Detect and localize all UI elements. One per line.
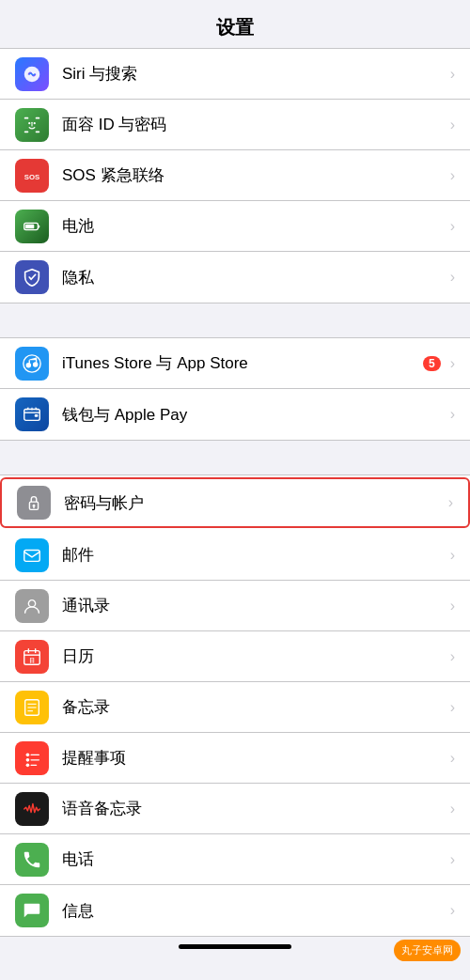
passwords-icon [24,492,44,513]
mail-icon [22,545,42,566]
siri-chevron: › [450,66,455,83]
voice-icon-wrapper [15,792,49,826]
battery-icon [22,216,42,237]
svg-rect-1 [24,117,29,118]
passwords-label: 密码与帐户 [64,492,445,514]
passwords-icon-wrapper [17,486,51,520]
svg-point-13 [33,362,38,367]
svg-point-26 [28,599,35,606]
list-item-reminders[interactable]: 提醒事项 › [0,733,470,784]
svg-rect-18 [35,414,39,417]
siri-label: Siri 与搜索 [62,63,446,85]
section-store: iTunes Store 与 App Store 5 › 钱包与 Apple P… [0,337,470,441]
list-item-notes[interactable]: 备忘录 › [0,682,470,733]
list-item-privacy[interactable]: 隐私 › [0,252,470,303]
contacts-icon [22,596,42,616]
svg-point-6 [34,122,36,124]
notes-icon-wrapper [15,691,49,724]
notes-label: 备忘录 [62,696,446,718]
list-item-messages[interactable]: 信息 › [0,885,470,936]
privacy-label: 隐私 [62,267,446,288]
itunes-label: iTunes Store 与 App Store [62,352,423,374]
list-item-contacts[interactable]: 通讯录 › [0,581,470,631]
contacts-label: 通讯录 [62,595,446,616]
privacy-chevron: › [450,269,455,286]
svg-point-36 [26,753,30,756]
wallet-icon-wrapper [15,397,49,431]
gap-2 [0,441,470,474]
wallet-icon [22,404,42,425]
list-item-faceid[interactable]: 面容 ID 与密码 › [0,100,470,150]
list-item-phone[interactable]: 电话 › [0,834,470,885]
notes-icon [22,697,42,718]
messages-label: 信息 [62,900,446,922]
list-item-passwords[interactable]: 密码与帐户 › [0,477,470,528]
notes-chevron: › [450,699,455,716]
page-title: 设置 [216,17,254,38]
battery-icon-wrapper [15,210,49,243]
list-item-wallet[interactable]: 钱包与 Apple Pay › [0,389,470,440]
section-system: Siri 与搜索 › 面容 ID 与密码 › SOS SOS 紧急联络 [0,48,470,303]
svg-rect-11 [25,224,34,228]
calendar-icon: 日 [22,646,42,667]
phone-icon-wrapper [15,843,49,877]
passwords-chevron: › [448,494,453,511]
battery-label: 电池 [62,215,446,237]
list-item-voice[interactable]: 语音备忘录 › [0,784,470,834]
sos-icon: SOS [22,165,42,186]
sos-chevron: › [450,167,455,184]
svg-rect-25 [24,550,40,561]
reminders-icon [22,748,42,769]
list-item-calendar[interactable]: 日 日历 › [0,631,470,682]
svg-text:SOS: SOS [24,172,39,180]
itunes-icon-wrapper [15,347,49,381]
home-bar [179,944,291,949]
battery-chevron: › [450,218,455,235]
calendar-icon-wrapper: 日 [15,640,49,674]
svg-point-5 [28,122,30,124]
phone-chevron: › [450,851,455,868]
itunes-badge: 5 [423,356,441,371]
svg-rect-10 [38,225,39,227]
messages-icon-wrapper [15,894,49,927]
siri-icon-wrapper [15,57,49,91]
mail-icon-wrapper [15,538,49,572]
privacy-icon [22,267,42,288]
svg-rect-2 [36,117,40,118]
svg-point-12 [26,363,31,368]
list-item-sos[interactable]: SOS SOS 紧急联络 › [0,150,470,201]
mail-chevron: › [450,547,455,564]
faceid-chevron: › [450,117,455,133]
calendar-label: 日历 [62,646,446,667]
messages-icon [22,900,42,921]
sos-icon-wrapper: SOS [15,159,49,193]
list-item-battery[interactable]: 电池 › [0,201,470,252]
svg-rect-3 [24,131,29,132]
messages-chevron: › [450,902,455,919]
voice-chevron: › [450,801,455,817]
wallet-label: 钱包与 Apple Pay [62,404,446,426]
list-item-itunes[interactable]: iTunes Store 与 App Store 5 › [0,338,470,389]
faceid-icon-wrapper [15,108,49,142]
svg-rect-4 [36,131,40,132]
contacts-icon-wrapper [15,589,49,623]
svg-text:日: 日 [29,656,35,662]
calendar-chevron: › [450,648,455,665]
faceid-icon [22,115,42,135]
reminders-chevron: › [450,750,455,767]
list-item-mail[interactable]: 邮件 › [0,530,470,581]
phone-icon [22,849,42,870]
itunes-chevron: › [450,355,455,372]
privacy-icon-wrapper [15,260,49,294]
gap-1 [0,303,470,337]
page-header: 设置 [0,0,470,48]
list-item-siri[interactable]: Siri 与搜索 › [0,49,470,100]
wallet-chevron: › [450,406,455,423]
watermark: 丸子安卓网 [394,940,461,961]
mail-label: 邮件 [62,544,446,566]
reminders-icon-wrapper [15,741,49,775]
svg-point-37 [26,758,30,762]
itunes-icon [22,353,42,374]
voice-label: 语音备忘录 [62,798,446,819]
sos-label: SOS 紧急联络 [62,164,446,186]
